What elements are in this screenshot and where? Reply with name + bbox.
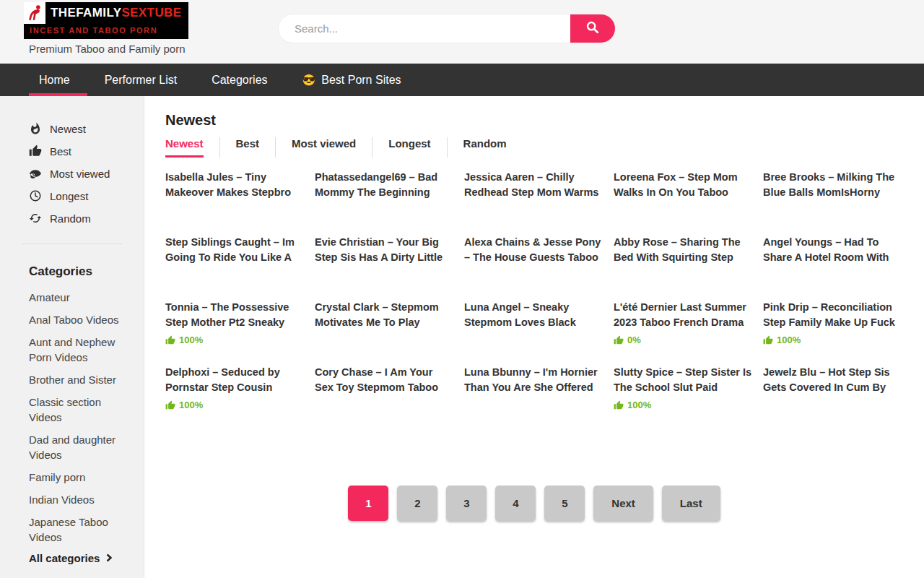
pagination-4[interactable]: 4: [495, 486, 536, 521]
nav-item-best-porn-sites[interactable]: 😎Best Porn Sites: [285, 64, 419, 96]
video-card[interactable]: Phatassedangel69 – Bad Mommy The Beginni…: [315, 170, 453, 235]
rating-badge: 100%: [165, 335, 303, 345]
logo-figure-icon: [24, 2, 45, 24]
logo-top-row: THEFAMILYSEXTUBE: [24, 2, 188, 24]
category-link-family-porn[interactable]: Family porn: [29, 470, 132, 485]
video-card[interactable]: Bree Brooks – Milking The Blue Balls Mom…: [763, 170, 901, 235]
pagination-2[interactable]: 2: [397, 486, 437, 521]
tab-longest[interactable]: Longest: [372, 137, 446, 158]
video-card[interactable]: Luna Angel – Sneaky Stepmom Loves Black …: [464, 300, 602, 365]
video-card[interactable]: Loreena Fox – Step Mom Walks In On You T…: [614, 170, 751, 235]
video-title[interactable]: Bree Brooks – Milking The Blue Balls Mom…: [763, 170, 901, 200]
video-title[interactable]: Phatassedangel69 – Bad Mommy The Beginni…: [315, 170, 453, 200]
video-title[interactable]: Cory Chase – I Am Your Sex Toy Stepmom T…: [315, 365, 453, 395]
pagination-last[interactable]: Last: [662, 486, 720, 521]
sidebar-sort-best[interactable]: Best: [29, 144, 132, 158]
thumb-up-icon: [614, 400, 624, 410]
video-title[interactable]: Step Siblings Caught – Im Going To Ride …: [165, 235, 303, 265]
sidebar-sort-random[interactable]: Random: [29, 212, 132, 225]
pagination-3[interactable]: 3: [446, 486, 487, 521]
tab-label: Best: [236, 137, 260, 158]
video-title[interactable]: Luna Angel – Sneaky Stepmom Loves Black …: [464, 300, 602, 330]
video-title[interactable]: Angel Youngs – Had To Share A Hotel Room…: [763, 235, 901, 265]
refresh-icon: [29, 212, 42, 225]
rating-badge: 0%: [614, 335, 751, 345]
video-card[interactable]: Crystal Clark – Stepmom Motivates Me To …: [315, 300, 453, 365]
tab-newest[interactable]: Newest: [165, 137, 219, 158]
site-tagline: Premium Taboo and Family porn: [29, 43, 186, 55]
video-card[interactable]: Jewelz Blu – Hot Step Sis Gets Covered I…: [763, 365, 901, 430]
tab-most-viewed[interactable]: Most viewed: [275, 137, 372, 158]
video-title[interactable]: Luna Bbunny – I'm Hornier Than You Are S…: [464, 365, 602, 395]
pagination-5[interactable]: 5: [544, 486, 585, 521]
video-title[interactable]: Abby Rose – Sharing The Bed With Squirti…: [614, 235, 751, 265]
sidebar-sort-list: NewestBestMost viewedLongestRandom: [29, 122, 132, 225]
flame-icon: [29, 122, 42, 135]
rating-badge: 100%: [614, 400, 751, 410]
search-input[interactable]: [279, 14, 570, 43]
nav-item-label: Performer List: [105, 74, 177, 87]
search-button[interactable]: [570, 14, 615, 43]
tab-best[interactable]: Best: [219, 137, 276, 158]
video-card[interactable]: Cory Chase – I Am Your Sex Toy Stepmom T…: [315, 365, 453, 430]
search-icon: [585, 20, 601, 38]
category-link-amateur[interactable]: Amateur: [29, 290, 132, 305]
video-card[interactable]: Angel Youngs – Had To Share A Hotel Room…: [763, 235, 901, 300]
category-link-anal-taboo-videos[interactable]: Anal Taboo Videos: [29, 312, 132, 327]
pagination-1[interactable]: 1: [348, 486, 388, 521]
video-card[interactable]: L'été Dernier Last Summer 2023 Taboo Fre…: [614, 300, 751, 365]
video-card[interactable]: Step Siblings Caught – Im Going To Ride …: [165, 235, 303, 300]
video-title[interactable]: Pink Drip – Reconciliation Step Family M…: [763, 300, 901, 330]
category-link-japanese-taboo-videos[interactable]: Japanese Taboo Videos: [29, 514, 132, 545]
nav-item-categories[interactable]: Categories: [194, 64, 284, 96]
video-card[interactable]: Jessica Aaren – Chilly Redhead Step Mom …: [464, 170, 602, 235]
video-title[interactable]: Delphoxi – Seduced by Pornstar Step Cous…: [165, 365, 303, 395]
video-title[interactable]: Jessica Aaren – Chilly Redhead Step Mom …: [464, 170, 602, 200]
video-card[interactable]: Luna Bbunny – I'm Hornier Than You Are S…: [464, 365, 602, 430]
all-categories-link[interactable]: All categories: [29, 552, 132, 564]
video-title[interactable]: Isabella Jules – Tiny Makeover Makes Ste…: [165, 170, 303, 200]
video-title[interactable]: Tonnia – The Possessive Step Mother Pt2 …: [165, 300, 303, 330]
sidebar: NewestBestMost viewedLongestRandom Categ…: [0, 96, 144, 578]
tab-label: Newest: [165, 137, 204, 158]
video-card[interactable]: Delphoxi – Seduced by Pornstar Step Cous…: [165, 365, 303, 430]
sidebar-sort-most-viewed[interactable]: Most viewed: [29, 167, 132, 180]
category-link-indian-videos[interactable]: Indian Videos: [29, 492, 132, 507]
video-title[interactable]: Jewelz Blu – Hot Step Sis Gets Covered I…: [763, 365, 901, 395]
nav-item-home[interactable]: Home: [29, 64, 87, 96]
video-title[interactable]: Loreena Fox – Step Mom Walks In On You T…: [614, 170, 751, 200]
site-header: THEFAMILYSEXTUBE INCEST AND TABOO PORN P…: [0, 0, 924, 64]
categories-heading: Categories: [29, 264, 132, 279]
video-card[interactable]: Isabella Jules – Tiny Makeover Makes Ste…: [165, 170, 303, 235]
video-title[interactable]: Crystal Clark – Stepmom Motivates Me To …: [315, 300, 453, 330]
tab-label: Most viewed: [292, 137, 356, 158]
sidebar-sort-longest[interactable]: Longest: [29, 189, 132, 202]
sort-link-label: Longest: [50, 190, 88, 202]
video-card[interactable]: Alexa Chains & Jesse Pony – The House Gu…: [464, 235, 602, 300]
video-card[interactable]: Abby Rose – Sharing The Bed With Squirti…: [614, 235, 751, 300]
video-title[interactable]: Slutty Spice – Step Sister Is The School…: [614, 365, 751, 395]
rating-value: 100%: [179, 400, 203, 410]
logo-subtitle: INCEST AND TABOO PORN: [24, 24, 188, 39]
video-title[interactable]: Evie Christian – Your Big Step Sis Has A…: [315, 235, 453, 265]
nav-item-label: Categories: [212, 74, 267, 87]
video-title[interactable]: Alexa Chains & Jesse Pony – The House Gu…: [464, 235, 602, 265]
video-card[interactable]: Pink Drip – Reconciliation Step Family M…: [763, 300, 901, 365]
video-card[interactable]: Tonnia – The Possessive Step Mother Pt2 …: [165, 300, 303, 365]
video-card[interactable]: Slutty Spice – Step Sister Is The School…: [614, 365, 751, 430]
video-title[interactable]: L'été Dernier Last Summer 2023 Taboo Fre…: [614, 300, 751, 330]
pagination-next[interactable]: Next: [593, 486, 653, 521]
sidebar-sort-newest[interactable]: Newest: [29, 122, 132, 135]
category-link-aunt-and-nephew-porn-videos[interactable]: Aunt and Nephew Porn Videos: [29, 335, 132, 365]
tab-label: Random: [463, 137, 507, 158]
category-link-dad-and-daughter-videos[interactable]: Dad and daughter Videos: [29, 432, 132, 462]
category-link-classic-section-videos[interactable]: Classic section Videos: [29, 394, 132, 425]
site-logo[interactable]: THEFAMILYSEXTUBE INCEST AND TABOO PORN: [24, 2, 188, 39]
category-link-brother-and-sister[interactable]: Brother and Sister: [29, 372, 132, 387]
thumb-up-icon: [29, 144, 42, 158]
logo-title: THEFAMILYSEXTUBE: [45, 6, 188, 20]
tab-random[interactable]: Random: [447, 137, 523, 158]
video-card[interactable]: Evie Christian – Your Big Step Sis Has A…: [315, 235, 453, 300]
rating-badge: 100%: [763, 335, 901, 345]
nav-item-performer-list[interactable]: Performer List: [87, 64, 194, 96]
